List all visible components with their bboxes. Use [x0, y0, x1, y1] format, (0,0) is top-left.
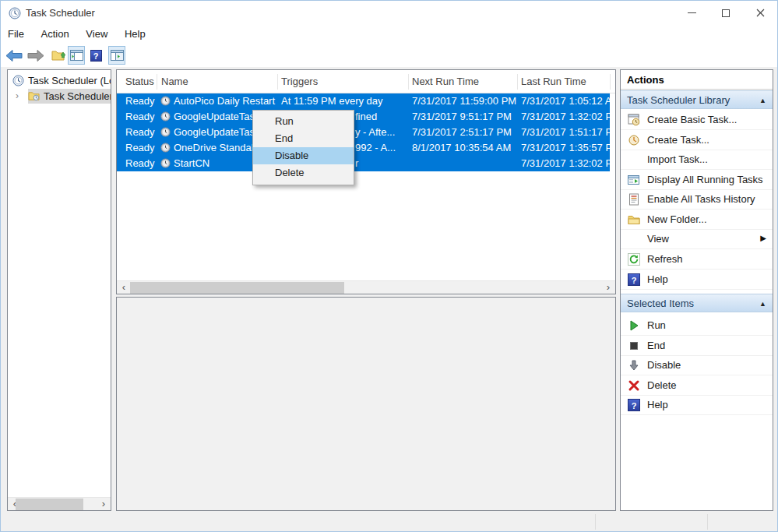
status-cell: Ready	[125, 95, 155, 107]
column-header-status[interactable]: Status	[125, 76, 154, 87]
tree-item-task-scheduler-library[interactable]: › Task Scheduler Library	[28, 89, 111, 104]
action-item-run[interactable]: Run	[621, 316, 773, 336]
action-item-label: New Folder...	[647, 213, 707, 225]
column-divider[interactable]	[610, 74, 611, 90]
create-task-icon	[628, 134, 640, 146]
list-column-headers: Status Name Triggers Next Run Time Last …	[117, 70, 615, 93]
minimize-button[interactable]	[674, 1, 709, 25]
name-cell: GoogleUpdateTas...	[174, 126, 263, 138]
forward-button[interactable]	[26, 46, 46, 65]
task-row-startcn[interactable]: Ready StartCN r 7/31/2017 1:32:02 PM	[117, 156, 610, 171]
library-folder-icon	[28, 90, 40, 102]
action-item-enable-all-tasks-history[interactable]: Enable All Tasks History	[621, 190, 773, 210]
new-folder-icon	[628, 213, 640, 226]
list-horizontal-scrollbar[interactable]: ‹ ›	[117, 280, 615, 294]
action-item-label: Disable	[647, 359, 681, 371]
task-row-onedrive[interactable]: Ready OneDrive Standalo... 992 - A... 8/…	[117, 140, 610, 156]
list-scrollbar-thumb[interactable]	[130, 282, 344, 294]
status-cell: Ready	[125, 157, 155, 169]
action-item-label: Create Basic Task...	[647, 114, 737, 125]
status-strip-divider	[595, 514, 596, 530]
context-menu-item-run[interactable]: Run	[253, 113, 354, 130]
action-item-delete[interactable]: Delete	[621, 376, 773, 396]
console-tree-panel: Task Scheduler (Local) › Task Scheduler …	[7, 69, 111, 511]
action-item-import-task[interactable]: Import Task...	[621, 150, 773, 170]
action-item-disable[interactable]: Disable	[621, 356, 773, 375]
action-item-refresh[interactable]: Refresh	[621, 250, 773, 270]
tree-item-task-scheduler-local[interactable]: Task Scheduler (Local)	[12, 73, 111, 88]
back-button[interactable]	[4, 46, 24, 65]
column-divider[interactable]	[408, 74, 409, 90]
forward-arrow-icon	[27, 50, 44, 62]
maximize-button[interactable]	[709, 1, 743, 25]
column-header-triggers[interactable]: Triggers	[281, 76, 318, 87]
next-run-cell: 8/1/2017 10:35:54 AM	[412, 142, 511, 153]
scroll-right-arrow[interactable]: ›	[97, 498, 110, 511]
actions-panel: Actions Task Scheduler Library ▲ Create …	[620, 69, 773, 511]
tree-expander-chevron-icon[interactable]: ›	[16, 89, 19, 104]
task-row-googleupdate-ua[interactable]: Ready GoogleUpdateTas... y - Afte... 7/3…	[117, 125, 610, 140]
task-row-autopico[interactable]: Ready AutoPico Daily Restart At 11:59 PM…	[117, 93, 610, 109]
help-icon: ?	[90, 50, 102, 62]
trigger-cell: At 11:59 PM every day	[281, 95, 383, 107]
name-cell: AutoPico Daily Restart	[174, 95, 275, 107]
action-item-create-task[interactable]: Create Task...	[621, 131, 773, 150]
close-icon	[756, 9, 765, 17]
console-tree-toggle-button[interactable]	[68, 46, 85, 65]
maximize-icon	[722, 9, 730, 17]
action-item-end[interactable]: End	[621, 336, 773, 356]
toolbar-help-button[interactable]: ?	[88, 46, 104, 65]
refresh-icon	[628, 253, 640, 266]
column-header-next-run[interactable]: Next Run Time	[412, 76, 479, 87]
collapse-arrow-icon[interactable]: ▲	[759, 294, 766, 313]
context-menu-item-delete[interactable]: Delete	[253, 164, 354, 181]
action-item-help-selected[interactable]: ? Help	[621, 396, 773, 415]
end-icon	[628, 340, 640, 352]
trigger-cell-fragment: r	[355, 157, 358, 169]
menu-file[interactable]: File	[1, 26, 31, 42]
action-item-help[interactable]: ? Help	[621, 270, 773, 290]
next-run-cell: 7/31/2017 2:51:17 PM	[412, 126, 512, 138]
menu-view[interactable]: View	[79, 26, 114, 42]
window-title: Task Scheduler	[26, 1, 95, 26]
close-button[interactable]	[743, 1, 777, 25]
action-item-label: Refresh	[647, 253, 683, 265]
tasks-history-icon	[628, 193, 640, 206]
column-divider[interactable]	[277, 74, 278, 90]
action-item-label: Enable All Tasks History	[647, 193, 755, 205]
action-item-create-basic-task[interactable]: Create Basic Task...	[621, 111, 773, 130]
status-cell: Ready	[125, 126, 155, 138]
action-pane-toggle-button[interactable]	[108, 46, 125, 65]
column-header-name[interactable]: Name	[161, 76, 188, 87]
tree-scrollbar-thumb[interactable]	[16, 499, 83, 510]
menu-help[interactable]: Help	[118, 26, 153, 42]
status-strip-divider	[707, 514, 708, 530]
column-divider[interactable]	[517, 74, 518, 90]
create-basic-task-icon	[628, 114, 640, 126]
scroll-left-arrow[interactable]: ‹	[118, 281, 130, 294]
menu-action[interactable]: Action	[34, 26, 76, 42]
minimize-icon	[688, 12, 696, 13]
task-row-googleupdate-core[interactable]: Ready GoogleUpdateTas... fined 7/31/2017…	[117, 109, 610, 125]
column-header-last-run[interactable]: Last Run Time	[521, 76, 586, 87]
task-clock-icon	[160, 127, 171, 137]
tree-horizontal-scrollbar[interactable]: ‹ ›	[8, 497, 111, 510]
action-item-label: Help	[647, 273, 668, 285]
action-pane-icon	[111, 50, 124, 61]
column-divider[interactable]	[157, 74, 157, 90]
section-header-task-scheduler-library[interactable]: Task Scheduler Library ▲	[621, 90, 773, 109]
up-folder-button[interactable]	[49, 46, 68, 65]
context-menu-item-disable[interactable]: Disable	[253, 147, 354, 164]
last-run-cell: 7/31/2017 1:05:12 AM	[521, 95, 616, 107]
disable-icon	[628, 359, 640, 372]
action-item-view[interactable]: View ▶	[621, 230, 773, 249]
scroll-right-arrow[interactable]: ›	[602, 281, 614, 294]
action-item-display-all-running-tasks[interactable]: Display All Running Tasks	[621, 171, 773, 190]
context-menu-item-end[interactable]: End	[253, 130, 354, 147]
section-header-selected-items[interactable]: Selected Items ▲	[621, 294, 773, 312]
collapse-arrow-icon[interactable]: ▲	[759, 91, 766, 110]
console-tree-icon	[70, 50, 83, 61]
next-run-cell: 7/31/2017 9:51:17 PM	[412, 111, 512, 122]
action-item-new-folder[interactable]: New Folder...	[621, 210, 773, 230]
name-cell: StartCN	[174, 157, 209, 169]
